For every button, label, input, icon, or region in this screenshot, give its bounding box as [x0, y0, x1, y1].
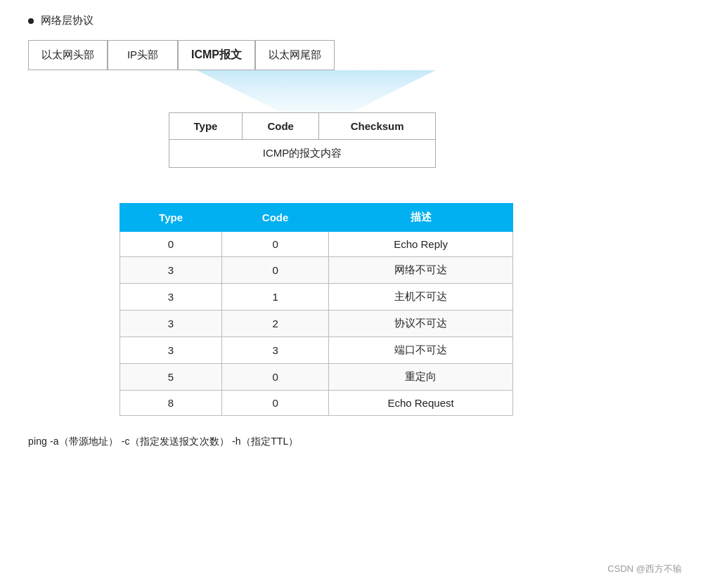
cell-type-3: 3: [120, 311, 222, 337]
cell-type-6: 8: [120, 391, 222, 416]
cell-code-0: 0: [222, 232, 329, 257]
table-row: 80Echo Request: [120, 391, 513, 416]
code-header: Code: [243, 113, 319, 140]
cell-desc-4: 端口不可达: [329, 337, 513, 364]
table-row: 50重定向: [120, 364, 513, 391]
cell-type-2: 3: [120, 284, 222, 311]
bullet-item: 网络层协议: [28, 14, 682, 27]
types-col-desc: 描述: [329, 204, 513, 232]
funnel-connector: [197, 70, 436, 112]
cell-desc-2: 主机不可达: [329, 284, 513, 311]
checksum-header: Checksum: [319, 113, 436, 140]
type-header: Type: [169, 113, 243, 140]
icmp-packet-cell: ICMP报文: [178, 40, 255, 70]
cell-type-5: 5: [120, 364, 222, 391]
cell-code-4: 3: [222, 337, 329, 364]
table-row: 33端口不可达: [120, 337, 513, 364]
cell-desc-0: Echo Reply: [329, 232, 513, 257]
table-row: 00Echo Reply: [120, 232, 513, 257]
cell-code-5: 0: [222, 364, 329, 391]
cell-type-0: 0: [120, 232, 222, 257]
ping-command: ping -a（带源地址） -c（指定发送报文次数） -h（指定TTL）: [28, 436, 682, 448]
watermark: CSDN @西方不输: [607, 563, 682, 575]
table-row: 30网络不可达: [120, 257, 513, 284]
bullet-dot: [28, 18, 34, 24]
cell-desc-3: 协议不可达: [329, 311, 513, 337]
ethernet-tail-cell: 以太网尾部: [255, 40, 335, 70]
cell-code-6: 0: [222, 391, 329, 416]
icmp-structure-header: Type Code Checksum: [169, 113, 436, 140]
icmp-types-table: Type Code 描述 00Echo Reply30网络不可达31主机不可达3…: [120, 203, 513, 416]
types-col-code: Code: [222, 204, 329, 232]
cell-desc-6: Echo Request: [329, 391, 513, 416]
cell-code-2: 1: [222, 284, 329, 311]
icmp-structure-content: ICMP的报文内容: [169, 140, 436, 168]
ip-header-cell: IP头部: [108, 40, 178, 70]
ethernet-header-cell: 以太网头部: [28, 40, 108, 70]
table-row: 32协议不可达: [120, 311, 513, 337]
cell-desc-1: 网络不可达: [329, 257, 513, 284]
icmp-types-header-row: Type Code 描述: [120, 204, 513, 232]
svg-marker-0: [197, 70, 436, 112]
table-row: 31主机不可达: [120, 284, 513, 311]
cell-desc-5: 重定向: [329, 364, 513, 391]
bullet-label: 网络层协议: [41, 14, 93, 27]
cell-code-1: 0: [222, 257, 329, 284]
cell-type-4: 3: [120, 337, 222, 364]
types-col-type: Type: [120, 204, 222, 232]
cell-type-1: 3: [120, 257, 222, 284]
ethernet-frame: 以太网头部 IP头部 ICMP报文 以太网尾部: [28, 40, 682, 70]
icmp-content-cell: ICMP的报文内容: [169, 140, 436, 168]
icmp-structure-table: Type Code Checksum ICMP的报文内容: [169, 112, 436, 168]
cell-code-3: 2: [222, 311, 329, 337]
